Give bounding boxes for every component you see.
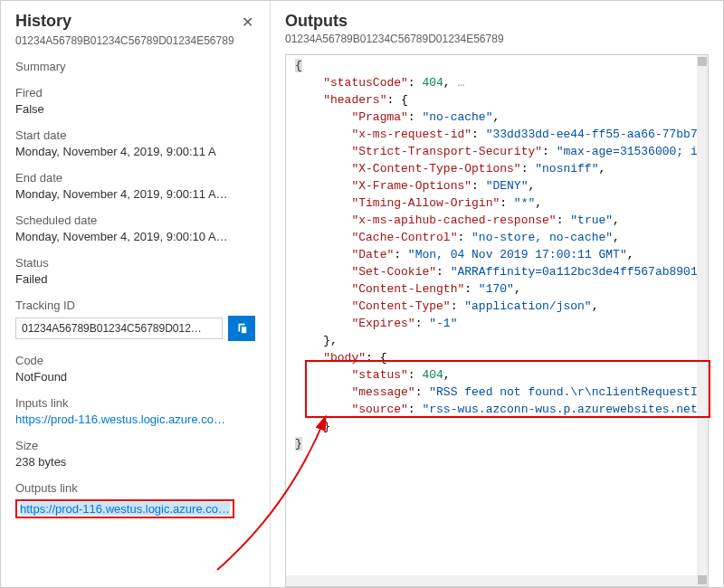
outputs-link-label: Outputs link xyxy=(15,481,255,495)
history-title: History xyxy=(15,12,71,31)
outputs-panel: Outputs 01234A56789B01234C56789D01234E56… xyxy=(271,1,723,587)
outputs-id: 01234A56789B01234C56789D01234E56789 xyxy=(285,33,709,45)
scheduled-date-label: Scheduled date xyxy=(15,213,255,227)
fired-label: Fired xyxy=(15,86,255,100)
tracking-id-label: Tracking ID xyxy=(15,299,255,312)
status-value: Failed xyxy=(15,272,255,286)
copy-icon xyxy=(235,322,248,335)
size-value: 238 bytes xyxy=(15,455,255,469)
close-icon[interactable]: ✕ xyxy=(240,12,255,33)
summary-label: Summary xyxy=(15,60,255,73)
start-date-value: Monday, November 4, 2019, 9:00:11 A xyxy=(15,145,255,158)
outputs-link-highlight: https://prod-116.westus.logic.azure.co… xyxy=(15,499,234,518)
end-date-label: End date xyxy=(15,171,255,185)
history-id: 01234A56789B01234C56789D01234E56789 xyxy=(15,34,255,47)
outputs-link[interactable]: https://prod-116.westus.logic.azure.co… xyxy=(20,502,230,516)
fired-value: False xyxy=(15,102,255,116)
outputs-title: Outputs xyxy=(285,12,709,31)
tracking-id-input[interactable]: 01234A56789B01234C56789D012… xyxy=(15,318,223,339)
start-date-label: Start date xyxy=(15,128,255,142)
size-label: Size xyxy=(15,439,255,452)
status-label: Status xyxy=(15,256,255,270)
copy-button[interactable] xyxy=(228,316,255,341)
scheduled-date-value: Monday, November 4, 2019, 9:00:10 A… xyxy=(15,230,255,243)
history-panel: History ✕ 01234A56789B01234C56789D01234E… xyxy=(1,1,271,587)
scrollbar-vertical[interactable] xyxy=(697,55,708,586)
scrollbar-horizontal[interactable] xyxy=(286,575,697,586)
json-viewer[interactable]: { "statusCode": 404, … "headers": { "Pra… xyxy=(285,54,709,587)
code-label: Code xyxy=(15,354,255,367)
end-date-value: Monday, November 4, 2019, 9:00:11 A… xyxy=(15,187,255,201)
inputs-link-label: Inputs link xyxy=(15,396,255,410)
inputs-link[interactable]: https://prod-116.westus.logic.azure.co… xyxy=(15,413,255,426)
code-value: NotFound xyxy=(15,370,255,384)
